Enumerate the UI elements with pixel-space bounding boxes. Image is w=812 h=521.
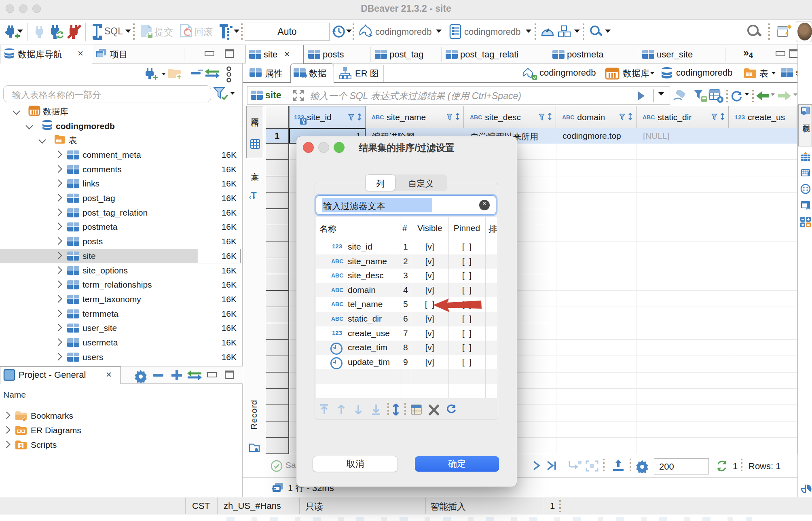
svg-text:+: + (153, 72, 158, 82)
svg-text:+: + (177, 72, 182, 81)
svg-text:T: T (251, 190, 257, 201)
